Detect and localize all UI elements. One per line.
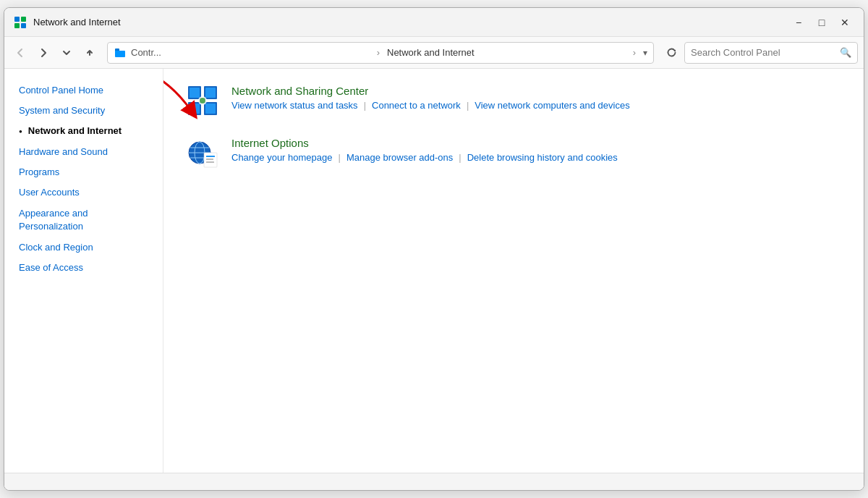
maximize-button[interactable]: □	[812, 12, 832, 33]
close-button[interactable]: ✕	[835, 12, 855, 33]
sidebar-item-clock-region[interactable]: Clock and Region	[4, 237, 163, 258]
address-bar[interactable]: Contr... › Network and Internet › ▾	[107, 42, 654, 64]
window-icon	[13, 15, 27, 30]
connect-network-link[interactable]: Connect to a network	[372, 100, 461, 111]
forward-button[interactable]	[33, 43, 54, 63]
breadcrumb-separator-2: ›	[633, 47, 636, 58]
up-icon	[85, 48, 95, 58]
manage-addons-link[interactable]: Manage browser add-ons	[346, 152, 453, 163]
address-chevron-icon[interactable]: ▾	[643, 48, 647, 58]
internet-options-links: Change your homepage | Manage browser ad…	[231, 152, 842, 163]
search-bar[interactable]: 🔍	[684, 42, 858, 64]
minimize-button[interactable]: −	[788, 12, 809, 33]
internet-options-icon-svg	[187, 137, 218, 169]
network-sharing-title[interactable]: Network and Sharing Center	[231, 85, 368, 97]
refresh-icon	[666, 47, 677, 58]
network-icon-svg	[14, 16, 27, 29]
sidebar: Control Panel Home System and Security N…	[4, 69, 163, 473]
svg-rect-2	[14, 23, 20, 28]
search-icon: 🔍	[840, 47, 851, 58]
window-controls: − □ ✕	[788, 12, 855, 33]
breadcrumb-2: Network and Internet	[387, 47, 626, 58]
address-bar-icon	[114, 46, 127, 59]
up-button[interactable]	[80, 43, 100, 63]
status-bar	[4, 473, 864, 490]
breadcrumb-1: Contr...	[131, 47, 370, 58]
sidebar-item-control-panel-home[interactable]: Control Panel Home	[4, 80, 163, 101]
svg-rect-24	[206, 159, 213, 160]
sidebar-item-user-accounts[interactable]: User Accounts	[4, 182, 163, 203]
content-area: Control Panel Home System and Security N…	[4, 69, 864, 473]
search-input[interactable]	[691, 47, 840, 58]
svg-point-15	[200, 98, 205, 104]
view-status-link[interactable]: View network status and tasks	[231, 100, 358, 111]
network-sharing-icon	[185, 83, 220, 118]
title-bar: Network and Internet − □ ✕	[4, 8, 864, 37]
svg-rect-13	[205, 104, 216, 114]
network-sharing-icon-svg	[187, 85, 218, 117]
separator-1: |	[364, 100, 366, 111]
main-window: Network and Internet − □ ✕ C	[4, 7, 864, 491]
internet-options-icon	[185, 135, 220, 170]
sidebar-item-appearance[interactable]: Appearance and Personalization	[4, 203, 163, 237]
svg-rect-1	[21, 17, 26, 22]
sidebar-item-programs[interactable]: Programs	[4, 162, 163, 182]
svg-rect-0	[14, 17, 20, 22]
view-computers-link[interactable]: View network computers and devices	[475, 100, 629, 111]
refresh-button[interactable]	[661, 43, 681, 63]
back-icon	[15, 48, 25, 58]
breadcrumb-separator-1: ›	[377, 47, 380, 58]
dropdown-button[interactable]	[56, 43, 77, 63]
sidebar-item-ease-access[interactable]: Ease of Access	[4, 258, 163, 278]
network-sharing-details: Network and Sharing Center View network …	[231, 83, 842, 111]
folder-icon	[114, 47, 126, 59]
window-title: Network and Internet	[33, 17, 788, 28]
separator-3: |	[339, 152, 341, 163]
sidebar-item-hardware-sound[interactable]: Hardware and Sound	[4, 142, 163, 162]
svg-rect-12	[190, 104, 200, 114]
chevron-down-icon	[62, 48, 71, 57]
sidebar-item-system-security[interactable]: System and Security	[4, 101, 163, 121]
svg-rect-5	[115, 51, 125, 57]
sidebar-item-network-internet[interactable]: Network and Internet	[4, 121, 163, 141]
svg-rect-25	[206, 161, 214, 163]
toolbar: Contr... › Network and Internet › ▾ 🔍	[4, 37, 864, 69]
svg-rect-23	[206, 156, 215, 157]
internet-options-category: Internet Options Change your homepage | …	[185, 135, 842, 170]
change-homepage-link[interactable]: Change your homepage	[231, 152, 333, 163]
network-sharing-links: View network status and tasks | Connect …	[231, 100, 842, 111]
forward-icon	[38, 48, 48, 58]
separator-2: |	[467, 100, 469, 111]
internet-options-details: Internet Options Change your homepage | …	[231, 135, 842, 163]
internet-options-title[interactable]: Internet Options	[231, 137, 309, 149]
svg-rect-10	[190, 88, 200, 98]
delete-history-link[interactable]: Delete browsing history and cookies	[467, 152, 618, 163]
main-content: Network and Sharing Center View network …	[163, 69, 864, 473]
sidebar-active-label: Network and Internet	[28, 124, 122, 138]
network-sharing-category: Network and Sharing Center View network …	[185, 83, 842, 118]
back-button[interactable]	[10, 43, 30, 63]
svg-rect-11	[205, 88, 216, 98]
svg-rect-3	[21, 23, 26, 28]
separator-4: |	[459, 152, 461, 163]
